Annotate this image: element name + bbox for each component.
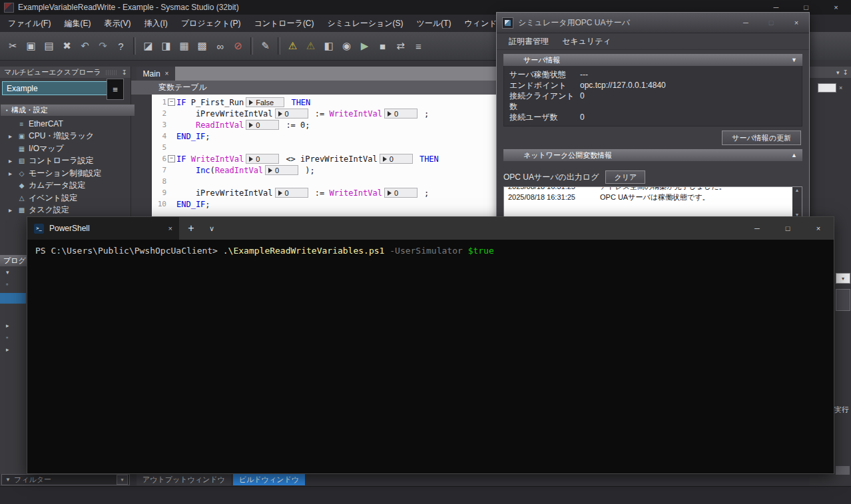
watch-value-box[interactable]: 0 (275, 188, 308, 198)
terminal-close-button[interactable]: × (803, 217, 834, 240)
terminal-content[interactable]: PS C:\Users\Public\PwshOpcUaClient> .\Ex… (27, 240, 834, 262)
refresh-server-info-button[interactable]: サーバ情報の更新 (722, 130, 801, 145)
watch-value-box[interactable]: 0 (275, 109, 308, 119)
terminal-maximize-button[interactable]: □ (772, 217, 803, 240)
watch-value-box[interactable]: 0 (246, 120, 279, 130)
server-info-header[interactable]: サーバ情報 ▼ (503, 54, 802, 66)
collapse-arrow-icon[interactable]: ▼ (791, 57, 797, 63)
filter-menu-icon[interactable]: ▾ (117, 475, 128, 485)
tree-item[interactable]: ≡EtherCAT (0, 118, 131, 130)
tree-item[interactable]: ▸◇モーション制御設定 (0, 167, 131, 180)
rebuild-icon[interactable]: ◨ (157, 37, 175, 55)
menu-item[interactable]: 挿入(I) (137, 15, 174, 32)
expand-arrow-icon[interactable]: ▲ (791, 152, 797, 158)
check-all-programs-icon[interactable]: ▦ (175, 37, 193, 55)
network-variables-header[interactable]: ネットワーク公開変数情報 ▲ (503, 149, 802, 161)
section-configurations-settings[interactable]: ▪ 構成・設定 (1, 105, 135, 116)
copy-icon[interactable]: ▣ (22, 37, 40, 55)
list-icon[interactable]: ≡ (410, 37, 427, 55)
log-row[interactable]: 2025/08/18 16:31:25OPC UAサーバは稼働状態です。 (504, 192, 802, 202)
server-info-value: 0 (580, 91, 802, 112)
delete-icon[interactable]: ✖ (58, 37, 76, 55)
menu-security[interactable]: セキュリティ (555, 36, 618, 47)
warning-dim-icon[interactable]: ⚠ (302, 37, 320, 55)
clear-log-button[interactable]: クリア (605, 170, 645, 184)
close-button[interactable]: × (821, 0, 851, 15)
tree-item[interactable]: ▸▩タスク設定 (0, 204, 131, 217)
undo-icon[interactable]: ↶ (76, 37, 94, 55)
tree-item[interactable]: ◆カムデータ設定 (0, 180, 131, 192)
filter-input[interactable]: ▼ フィルター ▾ (1, 474, 130, 485)
menu-item[interactable]: ツール(T) (410, 15, 458, 32)
tab-close-icon[interactable]: × (165, 70, 169, 77)
tree-item[interactable]: △イベント設定 (0, 192, 131, 204)
tree-item[interactable]: ▸▧コントローラ設定 (0, 155, 131, 168)
dialog-minimize-button[interactable]: ─ (733, 13, 758, 33)
tab-main[interactable]: Main × (137, 67, 175, 81)
tab-dropdown-icon[interactable]: ∨ (203, 217, 220, 240)
transfer-icon[interactable]: ⇄ (392, 37, 410, 55)
watch-value-box[interactable]: 0 (265, 165, 298, 175)
menu-item[interactable]: ファイル(F) (1, 15, 57, 32)
selected-tree-item-fragment[interactable] (0, 293, 26, 304)
tree-item[interactable]: ▸▣CPU・増設ラック (0, 130, 131, 143)
edit-icon[interactable]: ✎ (256, 37, 274, 55)
docked-panel-header[interactable]: ▾ ↧ (810, 67, 851, 78)
chevron-down-icon[interactable]: ▾ (836, 69, 840, 76)
warning-icon[interactable]: ⚠ (284, 37, 302, 55)
bottom-tab[interactable]: アウトプットウィンドウ (137, 474, 231, 485)
menu-item[interactable]: プロジェクト(P) (174, 15, 248, 32)
device-selector[interactable]: Example (2, 81, 109, 95)
expand-arrow-icon[interactable]: ▸ (9, 157, 15, 164)
menu-item[interactable]: コントローラ(C) (247, 15, 320, 32)
help-icon[interactable]: ? (112, 37, 130, 55)
watch-value-box[interactable]: 0 (380, 154, 413, 164)
tab-close-icon[interactable]: × (168, 224, 172, 232)
pin-icon[interactable]: ↧ (122, 69, 127, 76)
panel-button-fragment[interactable] (836, 289, 850, 311)
menu-certificate-management[interactable]: 証明書管理 (502, 36, 555, 47)
scrollbar-fragment[interactable] (836, 466, 850, 475)
new-tab-button[interactable]: + (179, 217, 203, 240)
scroll-up-icon[interactable]: ▲ (795, 188, 800, 192)
menu-item[interactable]: 編集(E) (57, 15, 97, 32)
log-vertical-scrollbar[interactable]: ▲ ▼ (792, 187, 802, 218)
terminal-tab-powershell[interactable]: >_ PowerShell × (27, 217, 179, 240)
search-icon[interactable]: ∞ (211, 37, 229, 55)
redo-icon[interactable]: ↷ (94, 37, 112, 55)
dialog-close-button[interactable]: × (784, 13, 809, 33)
collapse-icon[interactable]: − (168, 99, 175, 106)
programming-section-header[interactable]: プログ (0, 255, 27, 266)
tree-item[interactable]: ▦I/Oマップ (0, 142, 131, 155)
log-row[interactable]: 2025/08/18 16:31:25アドレス空間の構築が完了しました。 (504, 186, 802, 192)
node-icon: △ (17, 194, 26, 202)
terminal-minimize-button[interactable]: ─ (742, 217, 772, 240)
bottom-tab[interactable]: ビルドウィンドウ (233, 474, 305, 485)
watch-value-box[interactable]: 0 (246, 154, 279, 164)
expand-arrow-icon[interactable]: ▸ (9, 170, 15, 177)
menu-item[interactable]: シミュレーション(S) (321, 15, 410, 32)
paste-icon[interactable]: ▤ (40, 37, 58, 55)
close-icon[interactable]: × (839, 85, 842, 91)
compile-icon[interactable]: ▩ (193, 37, 211, 55)
watch-value-box[interactable]: 0 (384, 188, 418, 198)
expand-arrow-icon[interactable]: ▸ (9, 132, 15, 140)
header-texture (106, 70, 117, 75)
stop-icon[interactable]: ■ (374, 37, 392, 55)
cut-icon[interactable]: ✂ (4, 37, 22, 55)
build-icon[interactable]: ◪ (139, 37, 157, 55)
monitor-icon[interactable]: ◧ (320, 37, 338, 55)
pin-icon[interactable]: ↧ (843, 69, 848, 76)
search-box-fragment[interactable] (818, 83, 836, 93)
watch-value-box[interactable]: 0 (384, 109, 418, 119)
server-log-list[interactable]: 2025/08/18 16:31:25アドレス空間の構築が完了しました。2025… (503, 186, 802, 218)
menu-item[interactable]: 表示(V) (97, 15, 137, 32)
abort-icon[interactable]: ⊘ (229, 37, 247, 55)
expand-arrow-icon[interactable]: ▸ (9, 206, 15, 214)
watch-icon[interactable]: ◉ (338, 37, 356, 55)
collapse-icon[interactable]: − (168, 155, 175, 162)
watch-value-box[interactable]: False (246, 97, 284, 107)
controller-status-icon[interactable]: ≡ (107, 79, 124, 100)
run-icon[interactable]: ▶ (356, 37, 374, 55)
panel-field-fragment[interactable]: ▾ (836, 273, 850, 284)
